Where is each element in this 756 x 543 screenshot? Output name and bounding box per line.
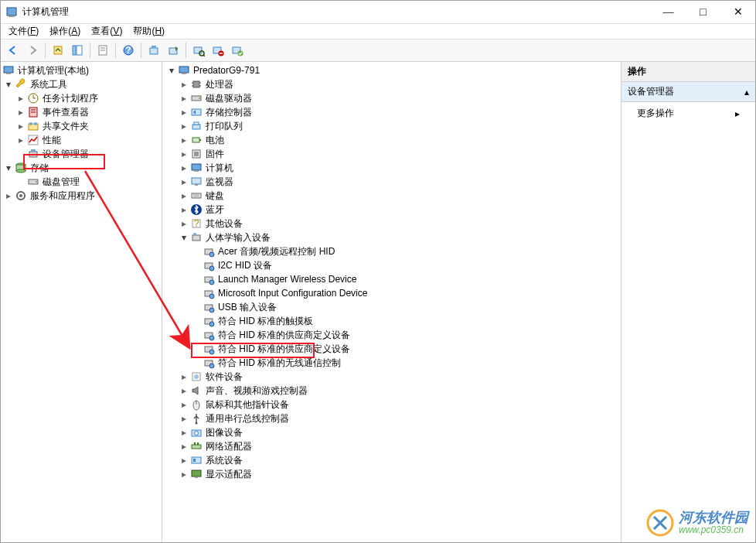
svg-rect-51 — [192, 109, 201, 115]
device-category[interactable]: 网络适配器 — [162, 439, 621, 453]
device-category[interactable]: 固件 — [162, 147, 621, 161]
device-item[interactable]: 符合 HID 标准的无线通信控制 — [162, 356, 621, 370]
forward-button[interactable] — [23, 41, 42, 60]
device-item[interactable]: Microsoft Input Configuration Device — [162, 286, 621, 300]
device-item[interactable]: 符合 HID 标准的触摸板 — [162, 314, 621, 328]
expand-icon[interactable] — [178, 148, 190, 160]
expand-icon[interactable] — [178, 468, 190, 480]
tree-item-event-viewer[interactable]: 事件查看器 — [1, 105, 162, 119]
svg-rect-53 — [194, 122, 199, 125]
uninstall-button[interactable] — [209, 41, 227, 60]
expand-icon[interactable] — [178, 162, 190, 174]
tree-item-task-scheduler[interactable]: 任务计划程序 — [1, 91, 162, 105]
expand-icon[interactable] — [178, 384, 190, 397]
expand-icon[interactable] — [2, 78, 15, 90]
device-category[interactable]: 打印队列 — [162, 119, 621, 133]
device-item[interactable]: Acer 音频/视频远程控制 HID — [162, 244, 621, 258]
minimize-button[interactable]: — — [651, 1, 686, 24]
device-category[interactable]: 通用串行总线控制器 — [162, 412, 621, 425]
expand-icon[interactable] — [178, 92, 190, 104]
device-item[interactable]: 符合 HID 标准的供应商定义设备 — [162, 342, 621, 356]
device-root[interactable]: PredatorG9-791 — [162, 63, 621, 77]
back-button[interactable] — [4, 41, 22, 60]
tree-group-storage[interactable]: 存储 — [1, 161, 162, 175]
tree-group-system-tools[interactable]: 系统工具 — [1, 77, 162, 91]
actions-more[interactable]: 更多操作 ▸ — [621, 102, 755, 125]
device-category[interactable]: 键盘 — [162, 189, 621, 203]
expand-icon[interactable] — [178, 176, 190, 188]
tree-item-performance[interactable]: 性能 — [1, 133, 162, 147]
expand-icon[interactable] — [178, 78, 190, 90]
device-category[interactable]: 监视器 — [162, 175, 621, 189]
tree-root[interactable]: 计算机管理(本地) — [1, 63, 162, 77]
menu-help[interactable]: 帮助(H) — [128, 23, 169, 39]
titlebar: 计算机管理 — □ ✕ — [1, 1, 755, 24]
help-button[interactable]: ? — [119, 41, 138, 60]
svg-rect-1 — [9, 15, 15, 17]
expand-icon[interactable] — [178, 398, 190, 411]
svg-rect-34 — [31, 149, 36, 152]
expand-icon[interactable] — [178, 412, 190, 425]
expand-icon[interactable] — [2, 162, 15, 174]
actions-section[interactable]: 设备管理器 ▴ — [621, 82, 755, 102]
device-category-label: 计算机 — [206, 162, 233, 175]
device-category[interactable]: 显示适配器 — [162, 467, 621, 481]
properties-button[interactable] — [94, 41, 112, 60]
device-category[interactable]: 蓝牙 — [162, 203, 621, 217]
up-button[interactable] — [49, 41, 67, 60]
expand-icon[interactable] — [15, 92, 27, 104]
device-category[interactable]: 处理器 — [162, 77, 621, 91]
device-category[interactable]: 磁盘驱动器 — [162, 91, 621, 105]
expand-icon[interactable] — [178, 190, 190, 202]
device-category[interactable]: 鼠标和其他指针设备 — [162, 398, 621, 412]
device-category[interactable]: 图像设备 — [162, 425, 621, 439]
enable-button[interactable] — [228, 41, 247, 60]
expand-icon[interactable] — [178, 426, 190, 439]
tree-item-shared-folders[interactable]: 共享文件夹 — [1, 119, 162, 133]
device-item[interactable]: 符合 HID 标准的供应商定义设备 — [162, 328, 621, 342]
expand-icon[interactable] — [15, 106, 27, 118]
device-category[interactable]: 系统设备 — [162, 453, 621, 467]
expand-icon[interactable] — [178, 440, 190, 452]
device-category[interactable]: 存储控制器 — [162, 105, 621, 119]
menu-file[interactable]: 文件(F) — [4, 23, 43, 39]
hid-dev-icon — [203, 315, 215, 327]
device-category[interactable]: ?其他设备 — [162, 217, 621, 231]
device-tree-pane[interactable]: PredatorG9-791 处理器磁盘驱动器存储控制器打印队列电池固件计算机监… — [162, 62, 621, 542]
device-category[interactable]: 人体学输入设备 — [162, 231, 621, 244]
expand-icon[interactable] — [178, 217, 190, 230]
hid-dev-icon — [203, 273, 215, 285]
menu-action[interactable]: 操作(A) — [45, 23, 85, 39]
device-item[interactable]: USB 输入设备 — [162, 300, 621, 314]
expand-icon[interactable] — [178, 231, 190, 244]
device-category[interactable]: 声音、视频和游戏控制器 — [162, 384, 621, 398]
device-category[interactable]: 计算机 — [162, 161, 621, 175]
expand-icon[interactable] — [2, 190, 15, 202]
left-tree-pane[interactable]: 计算机管理(本地) 系统工具 任务计划程序 事件查看器 共享文件夹 — [1, 62, 162, 542]
expand-icon[interactable] — [178, 454, 190, 466]
scan-button[interactable] — [189, 41, 208, 60]
expand-icon[interactable] — [165, 64, 178, 77]
tree-group-services[interactable]: 服务和应用程序 — [1, 189, 162, 203]
device-category[interactable]: 电池 — [162, 133, 621, 147]
action-button-2[interactable] — [164, 41, 182, 60]
device-item[interactable]: I2C HID 设备 — [162, 258, 621, 272]
expand-icon[interactable] — [178, 120, 190, 132]
close-button[interactable]: ✕ — [720, 1, 755, 24]
menu-view[interactable]: 查看(V) — [87, 23, 127, 39]
expand-icon[interactable] — [178, 371, 190, 383]
maximize-button[interactable]: □ — [686, 1, 720, 24]
tree-item-device-manager[interactable]: 设备管理器 — [1, 147, 162, 161]
expand-icon[interactable] — [15, 120, 27, 132]
expand-icon[interactable] — [178, 134, 190, 146]
device-item[interactable]: Launch Manager Wireless Device — [162, 272, 621, 286]
tree-item-disk-management[interactable]: 磁盘管理 — [1, 175, 162, 189]
expand-icon[interactable] — [178, 203, 190, 216]
action-button-1[interactable] — [145, 41, 163, 60]
svg-rect-42 — [179, 67, 189, 73]
expand-icon[interactable] — [178, 106, 190, 118]
device-category[interactable]: 软件设备 — [162, 370, 621, 384]
expand-icon[interactable] — [15, 134, 27, 146]
show-hide-tree-button[interactable] — [68, 41, 87, 60]
keyboard-icon — [190, 190, 203, 202]
